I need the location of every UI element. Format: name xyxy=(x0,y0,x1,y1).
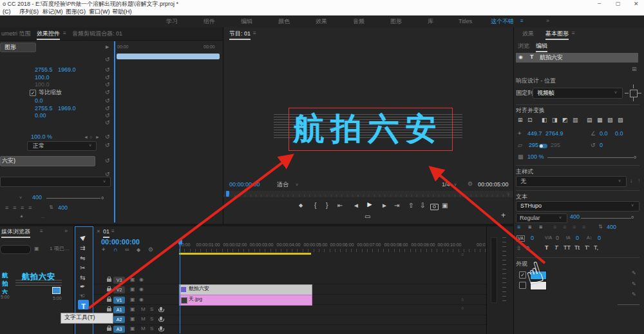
scale-link-toggle[interactable] xyxy=(539,144,547,148)
comparison-view-icon[interactable]: ▣ xyxy=(442,202,448,209)
ec-rotation[interactable]: 0.0 xyxy=(35,98,43,104)
align-left-edge-icon[interactable]: ◧ xyxy=(542,117,547,124)
program-timecode[interactable]: 00:00:00:00 xyxy=(229,182,260,188)
ec-anchor-y[interactable]: 1969.0 xyxy=(58,106,76,112)
mute-button[interactable]: M xyxy=(141,326,146,332)
ripple-edit-tool-icon[interactable]: ⇋ xyxy=(80,255,85,262)
style-down-icon[interactable]: ↓ xyxy=(630,178,633,184)
ec-clip-bar[interactable] xyxy=(117,54,220,59)
workspace-overflow-icon[interactable]: » xyxy=(546,18,549,25)
workspace-tab-audio[interactable]: 音频 xyxy=(353,19,365,25)
ec-font-size[interactable]: 400 xyxy=(32,195,42,201)
program-settings-icon[interactable]: ⚙ xyxy=(468,181,473,188)
program-fit-dropdown[interactable]: 适合 xyxy=(277,182,289,188)
pin-widget[interactable] xyxy=(624,84,642,101)
tab-media-browser[interactable]: 媒体浏览器 xyxy=(1,229,30,238)
media-thumbnail-partial[interactable]: 航拍六安 xyxy=(0,257,10,294)
keyframe-prev-icon[interactable]: ◄ xyxy=(84,135,88,140)
text-align-center-icon[interactable]: ≡ xyxy=(528,224,531,231)
align-top-icon[interactable]: ▥ xyxy=(573,117,578,124)
stroke-eyedropper-icon[interactable]: ✎ xyxy=(632,282,636,288)
media-browser-overflow-icon[interactable]: » xyxy=(64,228,68,235)
voiceover-mic-icon[interactable] xyxy=(160,326,162,330)
nest-icon[interactable]: + xyxy=(102,247,105,253)
align-center-icon[interactable]: ≡ xyxy=(13,205,16,211)
track-a1-badge[interactable]: A1 xyxy=(113,306,125,313)
reset-anchor-icon[interactable]: ↺ xyxy=(105,106,110,112)
ec-timeline-expander-icon[interactable]: ▶ xyxy=(106,44,109,50)
program-video-frame[interactable]: 航拍六安 xyxy=(274,44,462,173)
justify-last-left-icon[interactable]: ≡ xyxy=(553,224,556,231)
pin-to-dropdown[interactable]: 视频帧 ˅ xyxy=(533,88,623,99)
style-up-icon[interactable]: ↑ xyxy=(638,178,641,184)
timeline-timecode[interactable]: 00:00:00:00 xyxy=(101,238,140,246)
master-style-dropdown[interactable]: 无 ˅ xyxy=(516,176,627,187)
align-middle-icon[interactable]: ▤ xyxy=(587,117,592,124)
media-thumbnail-selected[interactable]: 航拍六安 xyxy=(15,259,62,295)
subscript-icon[interactable]: T, xyxy=(594,245,598,251)
eg-scale[interactable]: 295 xyxy=(529,142,538,149)
workspace-tab-titles[interactable]: Titles xyxy=(459,19,472,25)
keyframe-next-icon[interactable]: ► xyxy=(95,135,100,140)
chevron-down-icon[interactable]: ˅ xyxy=(296,182,298,188)
slip-tool-icon[interactable]: ⇆ xyxy=(80,274,85,281)
eg-tracking[interactable]: 0 xyxy=(531,235,534,242)
reset-motion-icon[interactable]: ↺ xyxy=(105,57,110,63)
clip-image-v1[interactable]: 天.jpg xyxy=(179,295,312,306)
selection-tool-icon[interactable]: ▶ xyxy=(79,233,87,241)
workspace-tab-learn[interactable]: 学习 xyxy=(166,19,178,25)
reset-antiflicker-icon[interactable]: ↺ xyxy=(105,113,110,119)
track-v1-badge[interactable]: V1 xyxy=(113,297,125,304)
workspace-tab-effects[interactable]: 效果 xyxy=(316,19,327,25)
align-justify-icon[interactable]: ≡ xyxy=(28,205,32,211)
export-frame-icon[interactable] xyxy=(430,204,439,210)
linked-selection-icon[interactable]: ∞ xyxy=(125,247,129,253)
proxy-toggle-icon[interactable]: ▭ xyxy=(365,213,370,220)
type-tool-button[interactable]: T xyxy=(78,300,89,309)
eg-anchor-y[interactable]: 0.0 xyxy=(615,131,623,137)
tab-program-monitor[interactable]: 节目: 01 xyxy=(229,31,251,40)
timeline-marker-icon[interactable]: ◆ xyxy=(137,248,140,253)
tab-browse[interactable]: 浏览 xyxy=(518,43,529,50)
source-patch-icon[interactable]: ▣ xyxy=(130,326,135,332)
clip-title-v2[interactable]: 航拍六安 xyxy=(179,284,312,295)
workspace-tab-graphics[interactable]: 图形 xyxy=(390,19,402,25)
eg-baseline-shift[interactable]: 0 xyxy=(526,246,529,252)
timeline-ruler[interactable]: 00:00 00:00:01:00 00:00:02:00 00:00:03:0… xyxy=(179,240,486,253)
fill-eyedropper-icon[interactable]: ✎ xyxy=(632,271,636,277)
mute-button[interactable]: M xyxy=(141,307,146,313)
align-right-icon[interactable]: ≡ xyxy=(21,205,24,211)
workspace-tab-color[interactable]: 颜色 xyxy=(278,19,290,25)
chevron-down-icon[interactable]: ˅ xyxy=(19,195,22,201)
solo-button[interactable]: S xyxy=(150,317,153,322)
align-left-icon[interactable]: ≡ xyxy=(5,205,8,211)
solo-button[interactable]: S xyxy=(150,326,153,332)
thumbnail-view-icon[interactable]: ▣ xyxy=(34,246,39,252)
reset-blend-icon[interactable]: ↺ xyxy=(105,142,110,149)
align-center-h-icon[interactable]: ◨ xyxy=(552,117,558,124)
reset-text-icon[interactable]: ↺ xyxy=(105,158,110,164)
distribute-v-icon[interactable]: ▨ xyxy=(618,117,623,124)
ec-blend-mode-dropdown[interactable]: 正常 ˅ xyxy=(27,141,97,151)
opacity-slider-knob-icon[interactable]: ○ xyxy=(634,155,636,160)
work-area-bar[interactable] xyxy=(179,253,311,255)
snap-icon[interactable]: ∩ xyxy=(113,247,117,253)
scrollbar-dot-icon[interactable]: ○ xyxy=(461,306,464,311)
new-layer-icon[interactable]: ⊞ xyxy=(632,66,637,73)
button-editor-icon[interactable]: + xyxy=(501,211,506,220)
mark-in-icon[interactable]: { xyxy=(314,202,316,209)
justify-last-center-icon[interactable]: ≡ xyxy=(563,224,566,231)
solo-button[interactable]: S xyxy=(150,307,153,313)
all-caps-icon[interactable]: TT xyxy=(564,245,571,251)
workspace-tab-libraries[interactable]: 库 xyxy=(428,19,433,25)
media-search-input[interactable] xyxy=(0,245,31,254)
tab-audio-clip-mixer[interactable]: 音频剪辑混合器: 01 xyxy=(72,31,122,37)
reset-scale-width-icon[interactable]: ↺ xyxy=(105,82,110,88)
menu-window[interactable]: 窗口(W) xyxy=(89,9,110,15)
go-to-in-icon[interactable]: ⇤ xyxy=(337,202,343,209)
tab-effects-panel[interactable]: 效果 xyxy=(522,31,534,37)
font-size-slider-knob-icon[interactable]: ○ xyxy=(631,215,634,220)
tab-edit[interactable]: 编辑 xyxy=(536,43,547,52)
lock-icon[interactable] xyxy=(107,279,111,282)
menu-clip[interactable]: (C) xyxy=(3,9,11,15)
